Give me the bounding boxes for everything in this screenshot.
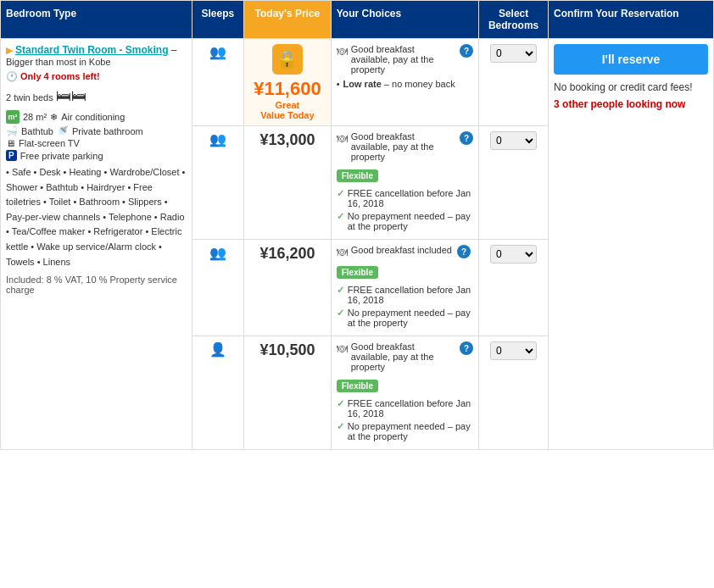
room-table: Bedroom Type Sleeps Today's Price Your C… bbox=[0, 0, 714, 450]
clock-icon: 🕐 bbox=[6, 71, 20, 81]
person-icon-4: 👤 bbox=[209, 342, 226, 357]
people-looking-text: 3 other people looking now bbox=[554, 98, 708, 110]
header-choices: Your Choices bbox=[331, 1, 478, 39]
sleeps-cell-3: 👥 bbox=[192, 240, 244, 336]
people-icon-1: 👥 bbox=[209, 45, 226, 59]
select-cell-4: 0123 bbox=[479, 336, 549, 450]
price-icon-1: 🔒 bbox=[272, 44, 303, 75]
cancel-item-3: ✓ FREE cancellation before Jan 16, 2018 bbox=[337, 285, 473, 305]
reserve-button[interactable]: I'll reserve bbox=[554, 44, 708, 75]
size-amenity: m² 28 m² ❄ Air conditioning bbox=[6, 110, 187, 124]
included-note: Included: 8 % VAT, 10 % Property service… bbox=[6, 275, 187, 295]
price-cell-2: ¥13,000 bbox=[244, 126, 332, 240]
room-dash: – bbox=[171, 44, 177, 56]
cancel-item-2: ✓ FREE cancellation before Jan 16, 2018 bbox=[337, 188, 473, 208]
people-icon-3: 👥 bbox=[209, 246, 226, 260]
price-amount-3: ¥16,200 bbox=[249, 245, 326, 263]
flexible-badge-2: Flexible bbox=[337, 169, 378, 182]
sleeps-cell-2: 👥 bbox=[192, 126, 244, 240]
info-icon-1[interactable]: ? bbox=[460, 44, 473, 58]
info-icon-4[interactable]: ? bbox=[460, 341, 473, 355]
choices-cell-4: 🍽 Good breakfast available, pay at the p… bbox=[331, 336, 478, 450]
breakfast-row-4: 🍽 Good breakfast available, pay at the p… bbox=[337, 341, 473, 372]
breakfast-icon-1: 🍽 bbox=[337, 45, 348, 58]
header-sleeps: Sleeps bbox=[192, 1, 244, 39]
price-amount-1: ¥11,600 bbox=[249, 78, 326, 100]
price-cell-4: ¥10,500 bbox=[244, 336, 332, 450]
info-icon-3[interactable]: ? bbox=[457, 245, 471, 258]
breakfast-row-3: 🍽 Good breakfast included ? bbox=[337, 245, 473, 258]
price-cell-1: 🔒 ¥11,600 Great Value Today bbox=[244, 39, 332, 126]
price-cell-3: ¥16,200 bbox=[244, 240, 332, 336]
low-rate-item: • Low rate – no money back bbox=[337, 79, 473, 89]
room-name-link[interactable]: Standard Twin Room - Smoking bbox=[15, 44, 168, 56]
rooms-left-badge: 🕐 Only 4 rooms left! bbox=[6, 71, 187, 82]
breakfast-icon-2: 🍽 bbox=[337, 132, 348, 145]
size-icon: m² bbox=[6, 110, 20, 124]
amenity-list: • Safe • Desk • Heating • Wardrobe/Close… bbox=[6, 165, 187, 269]
bed-info: 2 twin beds 🛏🛏 bbox=[6, 87, 187, 105]
sleeps-cell-4: 👤 bbox=[192, 336, 244, 450]
header-confirm: Confirm Your Reservation bbox=[549, 1, 714, 39]
bathtub-amenity: 🛁 Bathtub 🚿 Private bathroom bbox=[6, 125, 187, 136]
people-icon-2: 👥 bbox=[209, 132, 226, 147]
choices-cell-3: 🍽 Good breakfast included ? Flexible ✓ F… bbox=[331, 240, 478, 336]
breakfast-row-1: 🍽 Good breakfast available, pay at the p… bbox=[337, 44, 473, 75]
bedroom-select-4[interactable]: 0123 bbox=[490, 341, 537, 360]
bathtub-icon: 🛁 bbox=[6, 125, 18, 136]
bedroom-select-2[interactable]: 0123 bbox=[490, 131, 537, 150]
select-cell-2: 0123 bbox=[479, 126, 549, 240]
cancel-item-4: ✓ FREE cancellation before Jan 16, 2018 bbox=[337, 398, 473, 419]
breakfast-icon-3: 🍽 bbox=[337, 246, 348, 258]
bath2-icon: 🚿 bbox=[57, 125, 69, 136]
header-bedroom-type: Bedroom Type bbox=[1, 1, 192, 39]
room-subtitle: Bigger than most in Kobe bbox=[6, 57, 111, 67]
parking-amenity: P Free private parking bbox=[6, 150, 187, 161]
orange-arrow-icon: ▶ bbox=[6, 45, 15, 55]
price-amount-4: ¥10,500 bbox=[249, 341, 326, 359]
no-fees-text: No booking or credit card fees! bbox=[554, 81, 708, 93]
bedroom-select-1[interactable]: 0123 bbox=[490, 44, 537, 63]
price-label-value: Value Today bbox=[249, 110, 326, 120]
parking-icon: P bbox=[6, 150, 17, 161]
sleeps-cell-1: 👥 bbox=[192, 39, 244, 126]
table-row: ▶ Standard Twin Room - Smoking – Bigger … bbox=[1, 39, 714, 126]
bedroom-select-3[interactable]: 0123 bbox=[490, 245, 537, 263]
select-cell-1: 0123 bbox=[479, 39, 549, 126]
info-icon-2[interactable]: ? bbox=[460, 131, 473, 145]
tv-amenity: 🖥 Flat-screen TV bbox=[6, 138, 187, 148]
price-amount-2: ¥13,000 bbox=[249, 131, 326, 149]
breakfast-row-2: 🍽 Good breakfast available, pay at the p… bbox=[337, 131, 473, 162]
prepay-item-4: ✓ No prepayment needed – pay at the prop… bbox=[337, 421, 473, 441]
flexible-badge-4: Flexible bbox=[337, 380, 378, 392]
bedroom-type-cell: ▶ Standard Twin Room - Smoking – Bigger … bbox=[1, 39, 192, 450]
tv-icon: 🖥 bbox=[6, 138, 15, 148]
header-select: Select Bedrooms bbox=[479, 1, 549, 39]
price-label-great: Great bbox=[249, 100, 326, 110]
choices-cell-2: 🍽 Good breakfast available, pay at the p… bbox=[331, 126, 478, 240]
confirm-cell: I'll reserve No booking or credit card f… bbox=[549, 39, 714, 450]
prepay-item-3: ✓ No prepayment needed – pay at the prop… bbox=[337, 308, 473, 328]
flexible-badge-3: Flexible bbox=[337, 266, 378, 279]
snowflake-icon: ❄ bbox=[50, 112, 58, 123]
prepay-item-2: ✓ No prepayment needed – pay at the prop… bbox=[337, 211, 473, 231]
select-cell-3: 0123 bbox=[479, 240, 549, 336]
header-price: Today's Price bbox=[244, 1, 332, 39]
choices-cell-1: 🍽 Good breakfast available, pay at the p… bbox=[331, 39, 478, 126]
breakfast-icon-4: 🍽 bbox=[337, 342, 348, 355]
